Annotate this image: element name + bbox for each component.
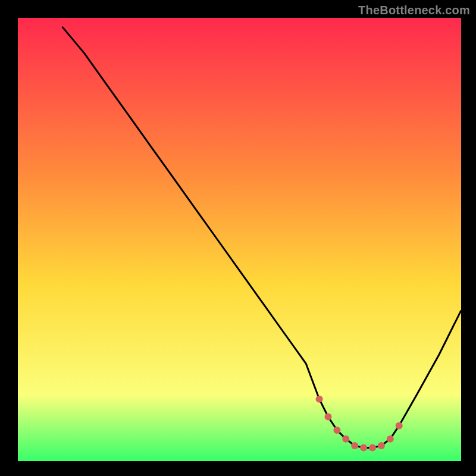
curve-marker [351, 442, 358, 449]
curve-marker [342, 436, 349, 443]
curve-marker [333, 427, 340, 434]
curve-marker [325, 414, 332, 421]
watermark-text: TheBottleneck.com [358, 4, 470, 17]
curve-marker [360, 444, 367, 452]
bottleneck-curve-chart [0, 0, 476, 476]
curve-marker [396, 422, 403, 429]
curve-marker [316, 396, 323, 403]
chart-container: TheBottleneck.com [0, 0, 476, 476]
curve-marker [378, 442, 385, 449]
plot-background [18, 18, 461, 461]
curve-marker [387, 436, 394, 443]
curve-marker [369, 444, 376, 452]
